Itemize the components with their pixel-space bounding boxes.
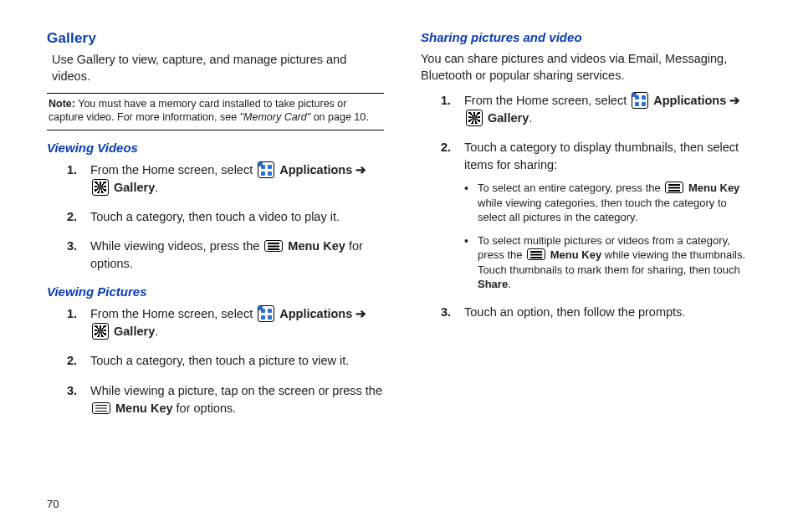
- step-item: 3. While viewing videos, press the Menu …: [67, 238, 384, 273]
- step-item: 1. From the Home screen, select Applicat…: [67, 305, 384, 340]
- applications-label: Applications: [279, 307, 356, 320]
- step-number: 3.: [67, 238, 77, 255]
- step-number: 2.: [67, 352, 77, 370]
- gallery-intro: Use Gallery to view, capture, and manage…: [52, 52, 384, 84]
- manual-page: Gallery Use Gallery to view, capture, an…: [0, 0, 798, 446]
- step-text: While viewing a picture, tap on the scre…: [90, 384, 382, 397]
- heading-viewing-videos: Viewing Videos: [47, 141, 384, 155]
- step-item: 3. While viewing a picture, tap on the s…: [67, 382, 384, 417]
- gallery-icon: [92, 323, 109, 340]
- menu-key-icon: [527, 248, 545, 260]
- menu-key-icon: [264, 240, 283, 252]
- bullet-text: To select an entire category, press the: [478, 182, 663, 194]
- applications-label: Applications: [279, 163, 356, 176]
- bullet-end: while viewing categories, then touch the…: [478, 197, 727, 224]
- bullet-item: To select multiple pictures or videos fr…: [464, 233, 758, 292]
- sharing-steps: 1. From the Home screen, select Applicat…: [441, 92, 758, 321]
- applications-icon: [632, 92, 648, 109]
- gallery-label: Gallery: [114, 181, 155, 194]
- step-number: 1.: [67, 305, 77, 323]
- step-text: From the Home screen, select: [90, 307, 256, 320]
- note-body-2: on page 10.: [310, 111, 369, 123]
- step-item: 2. Touch a category, then touch a pictur…: [67, 352, 384, 370]
- heading-sharing: Sharing pictures and video: [421, 30, 758, 44]
- left-column: Gallery Use Gallery to view, capture, an…: [47, 30, 384, 429]
- step-number: 2.: [67, 208, 77, 226]
- menu-key-label: Menu Key: [550, 248, 601, 261]
- menu-key-label: Menu Key: [688, 182, 739, 194]
- arrow-icon: ➔: [356, 163, 366, 176]
- step-item: 3. Touch an option, then follow the prom…: [441, 304, 758, 321]
- gallery-label: Gallery: [488, 111, 529, 125]
- applications-label: Applications: [653, 94, 729, 107]
- arrow-icon: ➔: [729, 94, 740, 107]
- step-number: 3.: [67, 382, 77, 400]
- menu-key-label: Menu Key: [288, 239, 345, 253]
- share-label: Share: [478, 278, 508, 290]
- videos-steps: 1. From the Home screen, select Applicat…: [67, 161, 384, 273]
- step-text: Touch a category to display thumbnails, …: [464, 141, 739, 171]
- sharing-bullets: To select an entire category, press the …: [464, 181, 758, 292]
- applications-icon: [258, 305, 274, 322]
- sharing-intro: You can share pictures and videos via Em…: [421, 51, 758, 84]
- step-number: 2.: [441, 139, 451, 156]
- step-item: 2. Touch a category to display thumbnail…: [441, 139, 758, 292]
- heading-viewing-pictures: Viewing Pictures: [47, 284, 384, 299]
- gallery-label: Gallery: [114, 325, 155, 338]
- step-end: for options.: [173, 402, 237, 415]
- step-text: While viewing videos, press the: [90, 239, 263, 253]
- step-end: .: [529, 111, 532, 125]
- step-item: 2. Touch a category, then touch a video …: [67, 208, 384, 226]
- step-text: Touch a category, then touch a video to …: [90, 210, 340, 223]
- heading-gallery: Gallery: [47, 30, 384, 47]
- step-text: Touch an option, then follow the prompts…: [464, 305, 685, 319]
- step-number: 3.: [441, 304, 451, 321]
- arrow-icon: ➔: [356, 307, 366, 320]
- page-number: 70: [47, 498, 59, 510]
- step-number: 1.: [67, 161, 77, 179]
- pictures-steps: 1. From the Home screen, select Applicat…: [67, 305, 384, 417]
- step-end: .: [155, 181, 158, 194]
- note-box: Note: You must have a memory card instal…: [47, 93, 384, 130]
- step-text: Touch a category, then touch a picture t…: [90, 354, 349, 367]
- bullet-item: To select an entire category, press the …: [464, 181, 758, 225]
- step-item: 1. From the Home screen, select Applicat…: [67, 161, 384, 197]
- gallery-icon: [466, 110, 483, 126]
- note-label: Note:: [49, 98, 75, 110]
- menu-key-icon: [665, 182, 683, 193]
- step-end: .: [155, 325, 158, 338]
- gallery-icon: [92, 179, 109, 196]
- step-text: From the Home screen, select: [464, 94, 630, 107]
- menu-key-icon: [92, 402, 110, 414]
- note-quoted: "Memory Card": [240, 111, 311, 123]
- right-column: Sharing pictures and video You can share…: [421, 30, 758, 429]
- step-number: 1.: [441, 92, 451, 110]
- bullet-end: .: [508, 278, 511, 290]
- applications-icon: [258, 161, 274, 178]
- step-text: From the Home screen, select: [90, 163, 256, 176]
- menu-key-label: Menu Key: [115, 402, 173, 415]
- step-item: 1. From the Home screen, select Applicat…: [441, 92, 758, 127]
